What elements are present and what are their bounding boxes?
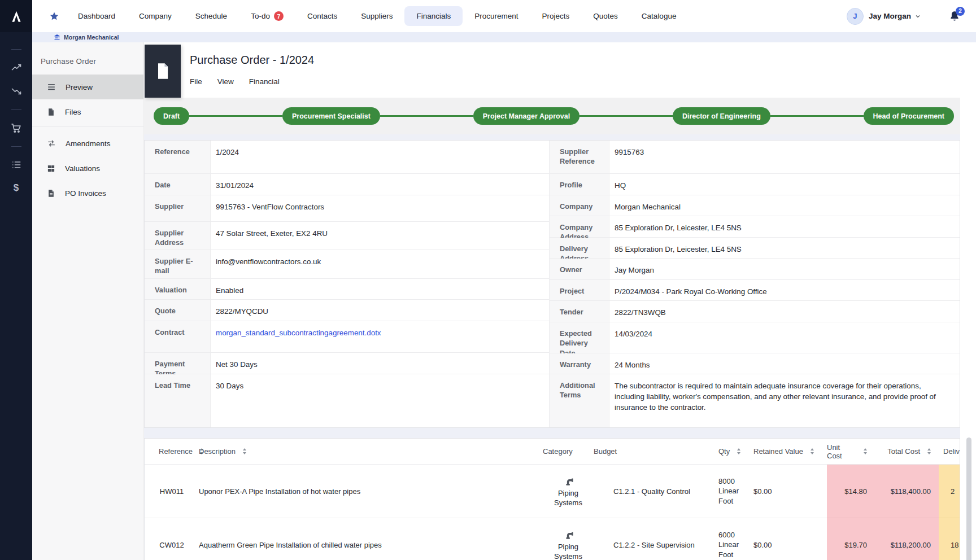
qty-text: 6000 Linear Foot — [718, 530, 747, 560]
detail-value: 14/03/2024 — [609, 322, 960, 353]
column-header-retained-value[interactable]: Retained Value — [748, 439, 827, 465]
sidebar-item-amendments[interactable]: Amendments — [32, 131, 143, 156]
document-type-box — [145, 45, 181, 98]
workflow-step-head-of-procurement[interactable]: Head of Procurement — [864, 107, 954, 125]
favorites-star-icon[interactable] — [49, 11, 59, 21]
amendments-icon — [47, 139, 56, 148]
column-header-category[interactable]: Category — [543, 439, 594, 465]
rail-divider — [11, 109, 21, 110]
contract-link[interactable]: morgan_standard_subcontractingagreement.… — [216, 329, 381, 337]
detail-label: Expected Delivery Date — [550, 322, 609, 353]
workflow-step-project-manager-approval[interactable]: Project Manager Approval — [473, 107, 580, 125]
column-header-delivery[interactable]: Deliv — [939, 439, 960, 465]
category-label: Piping Systems — [551, 542, 585, 560]
breadcrumb[interactable]: Morgan Mechanical — [32, 32, 976, 42]
column-label: Budget — [594, 447, 617, 456]
detail-value: 9915763 — [609, 141, 960, 173]
nav-item-procurement[interactable]: Procurement — [463, 6, 530, 26]
cell-qty: 8000 Linear Foot — [709, 465, 748, 518]
column-header-description[interactable]: Description — [199, 439, 543, 465]
detail-value: Morgan Mechanical — [609, 195, 960, 216]
workflow: Draft Procurement Specialist Project Man… — [144, 98, 960, 134]
cell-qty: 6000 Linear Foot — [709, 518, 748, 560]
trending-up-icon[interactable] — [11, 62, 22, 73]
nav-item-company[interactable]: Company — [127, 6, 184, 26]
detail-label: Additional Terms — [550, 374, 609, 427]
nav-item-financials[interactable]: Financials — [404, 6, 463, 26]
menu-view[interactable]: View — [217, 77, 234, 86]
sidebar-item-preview[interactable]: Preview — [32, 75, 143, 99]
detail-label: Company Address — [550, 216, 609, 237]
detail-row-additional-terms: Additional Terms The subcontractor is re… — [550, 374, 960, 427]
detail-row-contract: Contract morgan_standard_subcontractinga… — [145, 321, 549, 353]
app: Dashboard Company Schedule To-do 7 Conta… — [0, 0, 976, 560]
sidebar-item-valuations[interactable]: Valuations — [32, 156, 143, 181]
app-logo[interactable] — [0, 0, 32, 32]
list-icon[interactable] — [11, 159, 22, 170]
workflow-step-draft[interactable]: Draft — [154, 107, 189, 125]
nav-item-schedule[interactable]: Schedule — [184, 6, 239, 26]
column-header-qty[interactable]: Qty — [709, 439, 748, 465]
detail-row-supplier: Supplier 9915763 - VentFlow Contractors — [145, 195, 549, 222]
column-label: Unit Cost — [827, 443, 856, 460]
workflow-step-director-of-engineering[interactable]: Director of Engineering — [673, 107, 770, 125]
column-header-reference[interactable]: Reference — [145, 439, 199, 465]
page-title: Purchase Order - 1/2024 — [190, 54, 976, 67]
detail-value: 24 Months — [609, 353, 960, 374]
table-row[interactable]: HW011 Uponor PEX-A Pipe Installation of … — [145, 465, 960, 518]
detail-label: Lead Time — [145, 374, 211, 427]
sort-icon — [243, 448, 246, 454]
vertical-scrollbar-thumb[interactable] — [966, 438, 971, 560]
nav-item-todo[interactable]: To-do 7 — [239, 6, 295, 27]
nav-item-projects[interactable]: Projects — [530, 6, 582, 26]
detail-row-date: Date 31/01/2024 — [145, 174, 549, 195]
menu-bar: File View Financial — [190, 77, 976, 86]
nav-item-catalogue[interactable]: Catalogue — [630, 6, 689, 26]
content-column: Morgan Mechanical Purchase Order Preview… — [32, 32, 976, 560]
detail-value: HQ — [609, 174, 960, 195]
delivery-value: 2 — [951, 487, 955, 496]
sort-icon — [811, 448, 814, 454]
sidebar-item-label: Preview — [66, 83, 93, 91]
main-content: Purchase Order - 1/2024 File View Financ… — [144, 42, 976, 560]
nav-item-dashboard[interactable]: Dashboard — [66, 6, 127, 26]
column-label: Total Cost — [887, 447, 920, 456]
nav-right: J Jay Morgan 2 — [847, 8, 961, 25]
column-header-budget[interactable]: Budget — [594, 439, 709, 465]
table-row[interactable]: CW012 Aquatherm Green Pipe Installation … — [145, 518, 960, 560]
details-left-column: Reference 1/2024 Date 31/01/2024 Supplie… — [145, 141, 549, 427]
detail-value: 2822/TN3WQB — [609, 301, 960, 322]
nav-item-quotes[interactable]: Quotes — [581, 6, 630, 26]
detail-label: Date — [145, 174, 211, 195]
menu-financial[interactable]: Financial — [249, 77, 280, 86]
trending-down-icon[interactable] — [11, 85, 22, 97]
sidebar-item-files[interactable]: Files — [32, 99, 143, 124]
breadcrumb-company: Morgan Mechanical — [64, 34, 119, 41]
detail-label: Project — [550, 280, 609, 300]
detail-row-valuation: Valuation Enabled — [145, 279, 549, 300]
cart-icon[interactable] — [10, 122, 22, 134]
cell-total-cost: $118,400.00 — [881, 465, 939, 518]
user-menu[interactable]: J Jay Morgan — [847, 8, 921, 25]
column-header-unit-cost[interactable]: Unit Cost — [827, 439, 881, 465]
notification-count-badge: 2 — [956, 7, 965, 16]
nav-label: Financials — [416, 12, 451, 20]
sidebar-item-po-invoices[interactable]: PO Invoices — [32, 181, 143, 205]
pipe-icon — [563, 528, 574, 540]
column-header-total-cost[interactable]: Total Cost — [881, 439, 939, 465]
sidebar-divider — [32, 126, 143, 126]
rail-divider — [11, 49, 21, 50]
detail-label: Supplier — [145, 195, 211, 221]
cell-unit-cost: $19.70 — [827, 518, 881, 560]
nav-label: Suppliers — [361, 12, 393, 20]
nav-item-suppliers[interactable]: Suppliers — [349, 6, 404, 26]
workflow-step-procurement-specialist[interactable]: Procurement Specialist — [282, 107, 380, 125]
nav-item-contacts[interactable]: Contacts — [295, 6, 349, 26]
detail-label: Supplier Address — [145, 222, 211, 250]
menu-file[interactable]: File — [190, 77, 202, 86]
detail-row-tender: Tender 2822/TN3WQB — [550, 301, 960, 322]
cell-delivery: 2 — [939, 465, 960, 518]
po-invoices-icon — [47, 189, 55, 198]
dollar-icon[interactable]: $ — [14, 182, 19, 194]
notifications-bell[interactable]: 2 — [948, 10, 961, 23]
